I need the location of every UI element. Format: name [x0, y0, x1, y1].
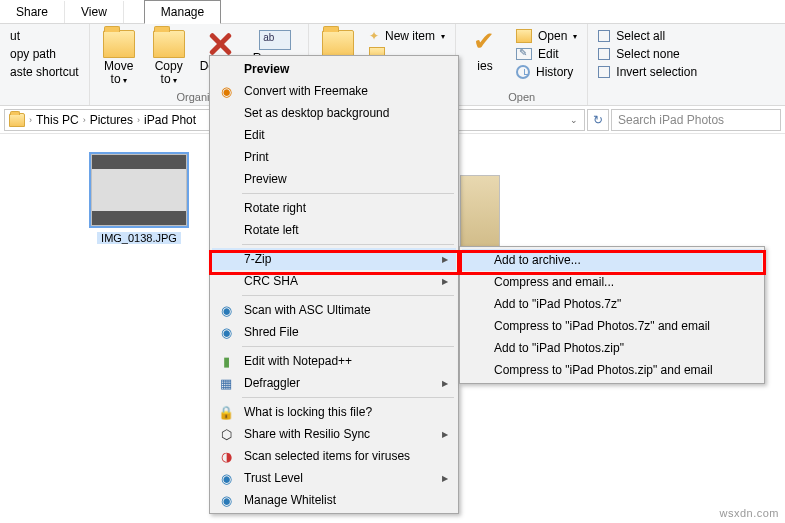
history-button[interactable]: History — [512, 64, 581, 80]
menu-scan-virus[interactable]: ◑Scan selected items for viruses — [212, 445, 456, 467]
folder-icon — [322, 30, 354, 58]
tab-share[interactable]: Share — [0, 1, 65, 23]
folder-icon — [153, 30, 185, 58]
submenu-add-7z[interactable]: Add to "iPad Photos.7z" — [462, 293, 762, 315]
menu-separator — [242, 244, 454, 245]
file-thumbnail[interactable]: IMG_0138.JPG — [84, 154, 194, 244]
defraggler-icon: ▦ — [218, 375, 234, 391]
menu-preview2[interactable]: Preview — [212, 168, 456, 190]
menu-crc-sha[interactable]: CRC SHA — [212, 270, 456, 292]
menu-edit[interactable]: Edit — [212, 124, 456, 146]
checkbox-icon — [598, 48, 610, 60]
copy-to-button[interactable]: Copy to ▾ — [146, 26, 192, 86]
menu-separator — [242, 295, 454, 296]
menu-rotate-left[interactable]: Rotate left — [212, 219, 456, 241]
folder-icon — [9, 113, 25, 127]
thumbnail-image — [91, 154, 187, 226]
chevron-right-icon[interactable]: › — [83, 115, 86, 125]
shield-icon: ◉ — [218, 470, 234, 486]
ribbon-tabs: Share View Manage — [0, 0, 785, 24]
submenu-compress-zip-email[interactable]: Compress to "iPad Photos.zip" and email — [462, 359, 762, 381]
menu-set-background[interactable]: Set as desktop background — [212, 102, 456, 124]
select-none-button[interactable]: Select none — [594, 46, 701, 62]
thumbnail-image — [460, 175, 500, 247]
search-input[interactable]: Search iPad Photos — [611, 109, 781, 131]
menu-resilio[interactable]: ⬡Share with Resilio Sync — [212, 423, 456, 445]
edit-button[interactable]: Edit — [512, 46, 581, 62]
select-all-button[interactable]: Select all — [594, 28, 701, 44]
menu-scan-asc[interactable]: ◉Scan with ASC Ultimate — [212, 299, 456, 321]
freemake-icon: ◉ — [218, 83, 234, 99]
tab-manage[interactable]: Manage — [144, 0, 221, 24]
menu-trust-level[interactable]: ◉Trust Level — [212, 467, 456, 489]
menu-notepadpp[interactable]: ▮Edit with Notepad++ — [212, 350, 456, 372]
properties-button[interactable]: ies — [462, 26, 508, 73]
open-icon — [516, 29, 532, 43]
folder-icon — [103, 30, 135, 58]
crumb-ipad[interactable]: iPad Phot — [144, 113, 196, 127]
shield-icon: ◑ — [218, 448, 234, 464]
checkbox-icon — [598, 66, 610, 78]
chevron-down-icon[interactable]: ⌄ — [570, 115, 578, 125]
submenu-add-archive[interactable]: Add to archive... — [462, 249, 762, 271]
checkbox-icon — [598, 30, 610, 42]
submenu-compress-7z-email[interactable]: Compress to "iPad Photos.7z" and email — [462, 315, 762, 337]
rename-icon — [259, 30, 291, 50]
history-icon — [516, 65, 530, 79]
menu-rotate-right[interactable]: Rotate right — [212, 197, 456, 219]
menu-locking-file[interactable]: 🔒What is locking this file? — [212, 401, 456, 423]
menu-print[interactable]: Print — [212, 146, 456, 168]
edit-icon — [516, 48, 532, 60]
notepad-icon: ▮ — [218, 353, 234, 369]
watermark: wsxdn.com — [719, 507, 779, 519]
menu-7zip[interactable]: 7-Zip — [212, 248, 456, 270]
context-submenu-7zip: Add to archive... Compress and email... … — [459, 246, 765, 384]
resilio-icon: ⬡ — [218, 426, 234, 442]
file-thumbnail[interactable] — [460, 175, 500, 247]
chevron-right-icon[interactable]: › — [137, 115, 140, 125]
submenu-add-zip[interactable]: Add to "iPad Photos.zip" — [462, 337, 762, 359]
menu-whitelist[interactable]: ◉Manage Whitelist — [212, 489, 456, 511]
submenu-compress-email[interactable]: Compress and email... — [462, 271, 762, 293]
crumb-thispc[interactable]: This PC — [36, 113, 79, 127]
group-label-open: Open — [462, 89, 581, 105]
open-button[interactable]: Open▾ — [512, 28, 581, 44]
chevron-right-icon[interactable]: › — [29, 115, 32, 125]
refresh-button[interactable]: ↻ — [587, 109, 609, 131]
file-name: IMG_0138.JPG — [97, 232, 181, 244]
cut-button[interactable]: ut — [6, 28, 83, 44]
delete-x-icon — [205, 30, 235, 58]
lock-icon: 🔒 — [218, 404, 234, 420]
move-to-button[interactable]: Move to ▾ — [96, 26, 142, 86]
context-menu: Preview ◉Convert with Freemake Set as de… — [209, 55, 459, 514]
new-item-button[interactable]: ✦New item▾ — [365, 28, 449, 44]
invert-selection-button[interactable]: Invert selection — [594, 64, 701, 80]
asc-icon: ◉ — [218, 302, 234, 318]
menu-separator — [242, 397, 454, 398]
menu-shred[interactable]: ◉Shred File — [212, 321, 456, 343]
menu-convert-freemake[interactable]: ◉Convert with Freemake — [212, 80, 456, 102]
menu-separator — [242, 193, 454, 194]
paste-shortcut-button[interactable]: aste shortcut — [6, 64, 83, 80]
shield-icon: ◉ — [218, 492, 234, 508]
menu-defraggler[interactable]: ▦Defraggler — [212, 372, 456, 394]
crumb-pictures[interactable]: Pictures — [90, 113, 133, 127]
copy-path-button[interactable]: opy path — [6, 46, 83, 62]
shred-icon: ◉ — [218, 324, 234, 340]
menu-preview[interactable]: Preview — [212, 58, 456, 80]
app-icon — [218, 61, 234, 77]
tab-view[interactable]: View — [65, 1, 124, 23]
menu-separator — [242, 346, 454, 347]
check-icon — [470, 30, 500, 58]
refresh-icon: ↻ — [593, 113, 603, 127]
